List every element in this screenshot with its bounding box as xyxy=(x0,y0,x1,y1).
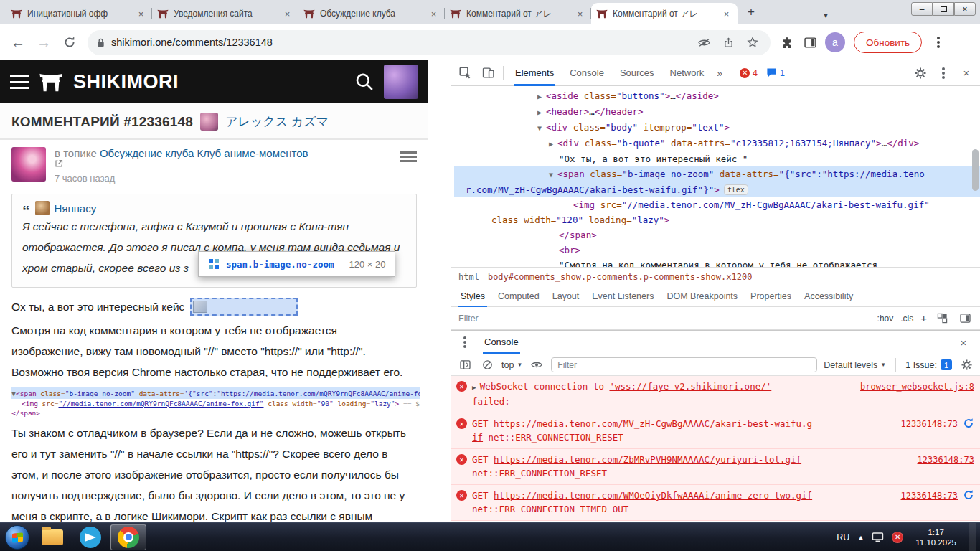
javascript-context-selector[interactable]: top ▼ xyxy=(501,360,522,370)
console-source-link[interactable]: 12336148:73 xyxy=(918,453,974,467)
console-source-link[interactable]: browser_websocket.js:8 xyxy=(860,380,974,394)
topic-link[interactable]: Обсуждение клуба Клуб аниме-моментов xyxy=(100,147,308,159)
tree-line-span-close[interactable]: </span> xyxy=(454,227,980,242)
preview-disabled-eye-icon[interactable] xyxy=(694,33,713,52)
console-filter-input[interactable] xyxy=(551,357,817,372)
tree-line-header[interactable]: ▶ <header>…</header> xyxy=(454,104,980,120)
inspected-image-highlight[interactable] xyxy=(190,298,298,316)
console-source-link[interactable]: 12336148:73 xyxy=(901,418,958,431)
tree-line-span-selected[interactable]: ▼ <span class="b-image no-zoom" data-att… xyxy=(454,166,980,197)
tab-elements[interactable]: Elements xyxy=(508,60,561,86)
console-error-websocket[interactable]: ✕ ▶ WebSocket connection to 'wss://faye-… xyxy=(451,376,980,413)
more-tabs-icon[interactable]: » xyxy=(712,67,727,79)
tree-line-text-node-2[interactable]: "Смотря на код комментария в котором у т… xyxy=(454,258,980,267)
comment-author-avatar[interactable] xyxy=(200,113,218,131)
telegram-button[interactable] xyxy=(72,524,108,550)
browser-menu-kebab-icon[interactable] xyxy=(928,32,949,53)
console-drawer-close-icon[interactable]: × xyxy=(953,331,974,353)
tab-console[interactable]: Console xyxy=(562,60,611,86)
tab-network[interactable]: Network xyxy=(663,60,712,86)
window-restore-button[interactable] xyxy=(933,2,954,16)
retry-request-icon[interactable] xyxy=(963,489,974,501)
user-avatar[interactable] xyxy=(384,65,418,99)
start-button[interactable] xyxy=(5,525,29,550)
site-logo-text[interactable]: SHIKIMORI xyxy=(73,71,179,93)
console-error-yuriyuri-gif[interactable]: ✕ GET https://media.tenor.com/ZbMRvPVH9N… xyxy=(451,449,980,485)
devtools-settings-gear-icon[interactable] xyxy=(910,62,931,84)
tree-line-text-node[interactable]: "Ох ты, а вот это интересный кейс " xyxy=(454,151,980,166)
show-desktop-button[interactable] xyxy=(969,523,976,551)
console-sidebar-icon[interactable] xyxy=(457,357,473,373)
live-expression-eye-icon[interactable] xyxy=(529,357,545,373)
console-drawer-tab[interactable]: Console xyxy=(477,330,526,354)
site-search-icon[interactable] xyxy=(355,72,374,91)
extensions-puzzle-icon[interactable] xyxy=(776,32,798,53)
console-settings-gear-icon[interactable] xyxy=(958,357,974,373)
console-messages-badge[interactable]: 1 xyxy=(766,67,785,78)
tab-close-icon[interactable]: × xyxy=(574,8,586,20)
share-icon[interactable] xyxy=(719,33,738,52)
breadcrumb-body-selected[interactable]: body#comments_show.p-comments.p-comments… xyxy=(488,272,752,282)
styles-filter-input[interactable] xyxy=(458,314,870,324)
new-style-rule-button[interactable]: + xyxy=(920,312,927,324)
tab-search-chevron-icon[interactable]: ▾ xyxy=(824,10,828,20)
console-errors-badge[interactable]: ✕ 4 xyxy=(740,68,758,78)
devtools-menu-kebab-icon[interactable] xyxy=(933,62,954,84)
tab-accessibility[interactable]: Accessibility xyxy=(798,286,859,307)
profile-avatar[interactable]: a xyxy=(825,32,845,52)
address-bar[interactable]: shikimori.one/comments/12336148 xyxy=(88,30,771,55)
tab-close-icon[interactable]: × xyxy=(428,8,440,20)
inspect-element-icon[interactable] xyxy=(454,62,476,84)
tab-sources[interactable]: Sources xyxy=(613,60,661,86)
console-source-link[interactable]: 12336148:73 xyxy=(901,489,958,503)
tray-chevron-up-icon[interactable]: ▲ xyxy=(857,534,864,541)
bookmark-star-icon[interactable] xyxy=(743,33,762,52)
tab-computed[interactable]: Computed xyxy=(491,286,546,307)
update-browser-button[interactable]: Обновить xyxy=(854,32,922,53)
elements-scrollbar-thumb[interactable] xyxy=(972,149,979,191)
tree-line-br[interactable]: <br> xyxy=(454,242,980,258)
tree-line-div-body[interactable]: ▼ <div class="body" itemprop="text"> xyxy=(454,120,980,136)
new-tab-button[interactable]: + xyxy=(742,3,760,22)
tab-layout[interactable]: Layout xyxy=(546,286,586,307)
window-close-button[interactable]: × xyxy=(954,2,976,16)
class-toggle[interactable]: .cls xyxy=(900,314,913,324)
tree-line-b-quote[interactable]: ▶ <div class="b-quote" data-attrs="c1233… xyxy=(454,136,980,151)
chrome-button-active[interactable] xyxy=(110,524,146,550)
browser-tab-2[interactable]: Уведомления сайта × xyxy=(152,3,298,24)
back-button[interactable]: ← xyxy=(6,30,30,55)
browser-tab-5-active[interactable]: Комментарий от アレ × xyxy=(591,3,738,24)
tab-close-icon[interactable]: × xyxy=(135,8,147,20)
language-indicator[interactable]: RU xyxy=(837,532,849,542)
tab-dom-breakpoints[interactable]: DOM Breakpoints xyxy=(660,286,744,307)
tree-line-aside[interactable]: ▶ <aside class="buttons">…</aside> xyxy=(454,88,980,104)
reload-button[interactable] xyxy=(57,30,82,55)
tab-close-icon[interactable]: × xyxy=(720,8,732,20)
tree-line-img[interactable]: <img src="//media.tenor.com/MV_zH-CgwBgA… xyxy=(454,197,980,227)
tray-error-badge-icon[interactable]: ✕ xyxy=(892,532,903,543)
console-error-zero-two-gif[interactable]: ✕ GET https://media.tenor.com/WMOeOiyDkf… xyxy=(451,485,980,521)
console-drawer-kebab-icon[interactable] xyxy=(457,334,473,350)
rendering-options-icon[interactable] xyxy=(934,311,950,326)
comment-options-hamburger-icon[interactable] xyxy=(400,151,417,154)
log-levels-selector[interactable]: Default levels ▼ xyxy=(824,360,886,370)
quoted-user-link[interactable]: Нянпасу xyxy=(55,202,97,215)
side-panel-icon[interactable] xyxy=(799,32,821,53)
panel-layout-icon[interactable] xyxy=(957,311,973,326)
tab-event-listeners[interactable]: Event Listeners xyxy=(585,286,660,307)
commenter-avatar[interactable] xyxy=(11,147,46,182)
browser-tab-1[interactable]: Инициативный офф × xyxy=(6,3,152,24)
comment-author-link[interactable]: アレックス カズマ xyxy=(225,113,329,130)
clear-console-icon[interactable] xyxy=(479,357,495,373)
file-explorer-button[interactable] xyxy=(34,524,70,550)
tab-properties[interactable]: Properties xyxy=(744,286,798,307)
site-menu-hamburger-icon[interactable] xyxy=(10,81,29,83)
hover-state-toggle[interactable]: :hov xyxy=(877,314,894,324)
tab-styles[interactable]: Styles xyxy=(454,286,491,307)
taskbar-clock[interactable]: 1:17 11.10.2025 xyxy=(911,527,961,547)
retry-request-icon[interactable] xyxy=(963,418,974,429)
device-toolbar-icon[interactable] xyxy=(477,62,499,84)
console-error-akari-gif[interactable]: ✕ GET https://media.tenor.com/MV_zH-CgwB… xyxy=(451,413,980,449)
network-tray-icon[interactable] xyxy=(872,532,884,542)
issues-counter[interactable]: 1 Issue: 1 xyxy=(905,359,952,370)
